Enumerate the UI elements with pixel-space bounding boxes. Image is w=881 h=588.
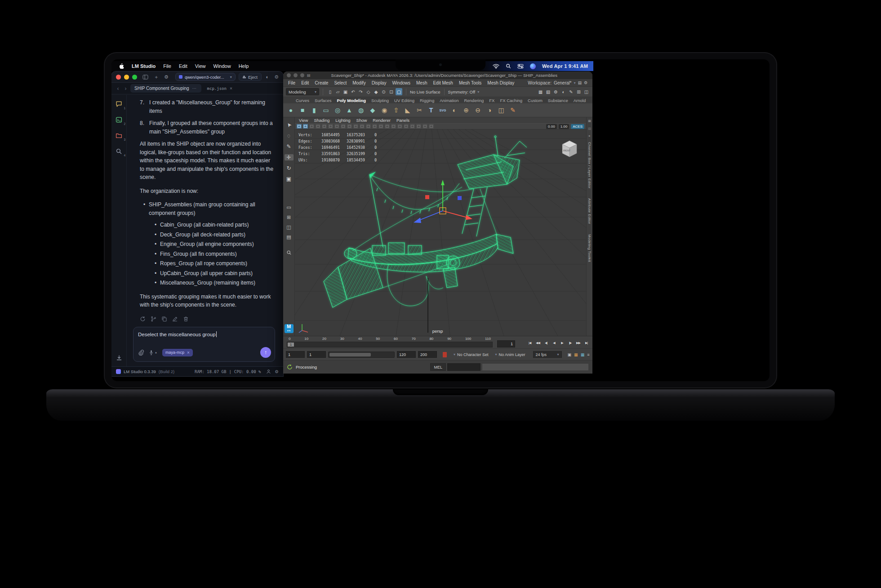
mel-command-input[interactable] bbox=[447, 363, 481, 371]
wifi-icon[interactable] bbox=[493, 64, 499, 69]
range-slider[interactable] bbox=[328, 352, 395, 358]
snap-toggle-icon[interactable]: ▦ bbox=[581, 352, 585, 357]
send-button[interactable]: ↑ bbox=[260, 347, 271, 358]
minimize-window-button[interactable] bbox=[294, 73, 298, 77]
view-cube[interactable]: FRONT bbox=[559, 138, 580, 159]
menubar-item[interactable]: Edit bbox=[179, 63, 187, 69]
Arnold[interactable]: Arnold bbox=[574, 98, 586, 103]
step-forward-key-icon[interactable]: |▶ bbox=[566, 339, 574, 347]
menu-set-selector[interactable]: Modeling ▾ bbox=[286, 88, 319, 95]
extrude-icon[interactable]: ⇧ bbox=[392, 107, 400, 114]
spotlight-search-icon[interactable] bbox=[506, 63, 511, 69]
symmetry-selector[interactable]: Symmetry: Off bbox=[448, 89, 476, 94]
maya-menu-item[interactable]: Display bbox=[372, 80, 387, 85]
maya-menu-item[interactable]: Modify bbox=[352, 80, 365, 85]
maya-menu-item[interactable]: Mesh Tools bbox=[459, 80, 481, 85]
dock-icon[interactable]: ◫ bbox=[588, 127, 591, 130]
Show[interactable]: Show bbox=[356, 118, 367, 123]
xray-mode-icon[interactable] bbox=[429, 124, 434, 129]
poly-sphere-icon[interactable]: ● bbox=[287, 107, 295, 114]
grid-toggle-icon[interactable]: ▦ bbox=[574, 352, 578, 357]
super-ellipse-icon[interactable]: ◉ bbox=[380, 107, 388, 114]
quad-draw-icon[interactable]: ✎ bbox=[509, 107, 517, 114]
play-forward-icon[interactable]: ▶ bbox=[558, 339, 566, 347]
maya-menu-item[interactable]: Edit Mesh bbox=[433, 80, 453, 85]
character-set-selector[interactable]: ▾No Character Set bbox=[454, 352, 489, 357]
pan-zoom-2d-icon[interactable] bbox=[341, 124, 346, 129]
tab-menu-icon[interactable]: ⋯ bbox=[192, 86, 197, 91]
render-icon[interactable]: ▦ bbox=[537, 88, 544, 95]
sidebar-item-my-models[interactable]: 3 bbox=[115, 132, 123, 139]
zoom-window-button[interactable] bbox=[132, 75, 137, 80]
anim-layer-selector[interactable]: ▾No Anim Layer bbox=[495, 352, 525, 357]
Renderer[interactable]: Renderer bbox=[373, 118, 391, 123]
mic-icon[interactable]: ▲ bbox=[149, 350, 157, 356]
anti-alias-icon[interactable] bbox=[423, 124, 427, 129]
grid-display-icon[interactable]: ⊞ bbox=[575, 88, 582, 95]
camera-attributes-icon[interactable] bbox=[322, 124, 327, 129]
edit-icon[interactable] bbox=[172, 316, 178, 322]
scale-tool-icon[interactable]: ▣ bbox=[285, 176, 294, 182]
apple-menu-icon[interactable] bbox=[119, 63, 124, 69]
minimize-window-button[interactable] bbox=[124, 75, 129, 80]
range-slider-handle[interactable] bbox=[329, 353, 371, 356]
wrench-icon[interactable]: ⚙ bbox=[274, 74, 279, 80]
poly-torus-icon[interactable]: ◎ bbox=[334, 107, 342, 114]
poly-disc-icon[interactable]: ◍ bbox=[357, 107, 365, 114]
Channel Box / Layer Editor[interactable]: Channel Box / Layer Editor bbox=[587, 142, 592, 188]
control-center-icon[interactable] bbox=[517, 64, 524, 69]
exposure-field[interactable]: 0.00 bbox=[546, 124, 557, 129]
snap-to-grid-icon[interactable]: ◇ bbox=[365, 88, 372, 95]
close-window-button[interactable] bbox=[116, 75, 121, 80]
step-back-key-icon[interactable]: ◀| bbox=[542, 339, 550, 347]
play-backwards-icon[interactable]: ◀ bbox=[550, 339, 558, 347]
mel-label[interactable]: MEL bbox=[430, 363, 446, 371]
settings-gear-icon[interactable]: ⚙ bbox=[275, 369, 279, 374]
user-icon[interactable] bbox=[266, 369, 271, 374]
UV Editing[interactable]: UV Editing bbox=[394, 98, 414, 103]
maya-menu-item[interactable]: Select bbox=[334, 80, 347, 85]
maya-menu-item[interactable]: Mesh Display bbox=[487, 80, 514, 85]
copy-icon[interactable] bbox=[161, 316, 167, 322]
FX[interactable]: FX bbox=[489, 98, 494, 103]
playback-start-field[interactable]: 1 bbox=[307, 351, 326, 358]
Rigging[interactable]: Rigging bbox=[420, 98, 434, 103]
menubar-item[interactable]: View bbox=[195, 63, 206, 69]
Lighting[interactable]: Lighting bbox=[335, 118, 350, 123]
go-to-start-icon[interactable]: |◀ bbox=[526, 339, 534, 347]
object-mode-icon[interactable] bbox=[297, 124, 302, 129]
camera-lock-icon[interactable] bbox=[316, 124, 320, 129]
anim-start-field[interactable]: 1 bbox=[286, 351, 305, 358]
separate-icon[interactable]: ⊖ bbox=[474, 107, 482, 114]
menu-icon[interactable]: ≡ bbox=[587, 352, 589, 357]
Animation[interactable]: Animation bbox=[440, 98, 458, 103]
new-chat-icon[interactable]: ＋ bbox=[154, 74, 159, 80]
current-frame-field[interactable]: 1 bbox=[497, 340, 515, 347]
downloads-icon[interactable] bbox=[116, 355, 122, 361]
Curves[interactable]: Curves bbox=[296, 98, 309, 103]
poly-cube-icon[interactable]: ■ bbox=[298, 107, 307, 114]
boolean-union-icon[interactable]: ◐ bbox=[450, 107, 458, 114]
maya-menu-item[interactable]: Mesh bbox=[416, 80, 427, 85]
platonic-solid-icon[interactable]: ◆ bbox=[369, 107, 377, 114]
workspace-selector[interactable]: Workspace: General* ▾ ▤ ⚙ bbox=[528, 80, 587, 85]
open-scene-icon[interactable]: ▱ bbox=[334, 88, 341, 95]
sidebar-item-chat[interactable]: 1 bbox=[115, 100, 123, 108]
ipr-render-icon[interactable]: ▧ bbox=[545, 88, 552, 95]
Substance[interactable]: Substance bbox=[548, 98, 568, 103]
command-feedback-field[interactable] bbox=[482, 363, 589, 371]
dock-icon[interactable]: ≡ bbox=[589, 134, 591, 138]
paint-select-tool-icon[interactable]: ✎ bbox=[285, 143, 294, 150]
rotate-tool-icon[interactable]: ↻ bbox=[285, 165, 294, 171]
lasso-tool-icon[interactable]: ◌ bbox=[285, 133, 294, 139]
Poly Modeling[interactable]: Poly Modeling bbox=[337, 98, 366, 103]
chat-input[interactable]: Deselect the miscellaneous group ▲ maya-… bbox=[133, 327, 275, 362]
mcp-plugin-chip[interactable]: maya-mcp × bbox=[162, 349, 193, 356]
close-window-button[interactable] bbox=[287, 73, 291, 77]
current-frame-marker[interactable]: 1 bbox=[288, 343, 294, 347]
resolution-gate-icon[interactable] bbox=[360, 124, 365, 129]
paint-effects-icon[interactable]: ✎ bbox=[568, 88, 574, 95]
auto-key-icon[interactable] bbox=[443, 352, 447, 357]
type-tool-icon[interactable]: T bbox=[427, 107, 435, 114]
combine-icon[interactable]: ⊕ bbox=[462, 107, 470, 114]
